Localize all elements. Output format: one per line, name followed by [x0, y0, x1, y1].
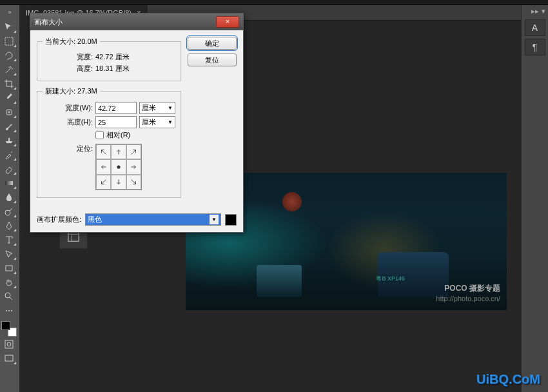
chevron-down-icon: ▼	[210, 215, 219, 224]
gradient-tool[interactable]	[1, 177, 17, 190]
blur-tool[interactable]	[1, 191, 17, 204]
chevron-down-icon: ▼	[168, 105, 173, 111]
dodge-tool[interactable]	[1, 205, 17, 218]
svg-point-6	[6, 310, 7, 311]
brush-tool[interactable]	[1, 120, 17, 133]
current-size-group: 当前大小: 20.0M 宽度:42.72 厘米 高度:18.31 厘米	[37, 37, 181, 81]
anchor-sw[interactable]	[96, 175, 111, 190]
paragraph-panel-icon[interactable]: ¶	[525, 39, 545, 55]
anchor-nw[interactable]	[96, 144, 111, 159]
extension-color-label: 画布扩展颜色:	[37, 215, 81, 224]
svg-point-10	[7, 342, 11, 346]
current-width-value: 42.72 厘米	[95, 52, 175, 62]
anchor-se[interactable]	[126, 175, 141, 190]
width-label: 宽度(W):	[43, 103, 93, 113]
svg-rect-11	[5, 355, 13, 361]
anchor-w[interactable]	[96, 159, 111, 174]
width-unit-select[interactable]: 厘米▼	[139, 102, 175, 114]
ok-button[interactable]: 确定	[188, 37, 237, 50]
current-size-legend: 当前大小: 20.0M	[43, 37, 100, 46]
canvas-size-dialog: 画布大小 × 当前大小: 20.0M 宽度:42.72 厘米 高度:18.31 …	[30, 13, 244, 233]
anchor-grid[interactable]	[95, 144, 142, 190]
pen-tool[interactable]	[1, 219, 17, 232]
move-tool[interactable]	[1, 21, 17, 34]
current-height-label: 高度:	[43, 64, 93, 74]
eraser-tool[interactable]	[1, 162, 17, 175]
collapse-icon[interactable]: ▸▸	[531, 7, 539, 15]
dialog-titlebar[interactable]: 画布大小 ×	[30, 14, 243, 30]
chevron-down-icon: ▼	[168, 119, 173, 125]
marquee-tool[interactable]	[1, 35, 17, 48]
license-plate-text: 粤B XP146	[376, 275, 405, 283]
new-size-legend: 新建大小: 27.3M	[43, 86, 100, 96]
clone-stamp-tool[interactable]	[1, 134, 17, 147]
eyedropper-tool[interactable]	[1, 92, 17, 104]
path-select-tool[interactable]	[1, 248, 17, 260]
site-watermark: UiBQ.CoM	[476, 372, 540, 387]
tools-panel: »	[0, 5, 19, 392]
screen-mode[interactable]	[1, 352, 17, 365]
relative-checkbox[interactable]	[95, 131, 104, 139]
close-button[interactable]: ×	[216, 16, 239, 28]
edit-toolbar[interactable]	[1, 304, 17, 317]
anchor-ne[interactable]	[126, 144, 141, 159]
foreground-background-colors[interactable]	[1, 321, 17, 337]
quick-mask-toggle[interactable]	[1, 338, 17, 351]
svg-rect-4	[6, 266, 12, 271]
history-brush-tool[interactable]	[1, 148, 17, 161]
svg-point-3	[5, 210, 10, 215]
svg-rect-0	[5, 37, 13, 45]
width-input[interactable]	[95, 102, 137, 114]
height-unit-select[interactable]: 厘米▼	[139, 116, 175, 128]
panel-menu-icon[interactable]: ▾	[542, 7, 545, 15]
height-input[interactable]	[95, 116, 137, 128]
character-panel-icon[interactable]: A	[525, 19, 545, 36]
healing-brush-tool[interactable]	[1, 106, 17, 119]
expand-toolbar-icon[interactable]: »	[6, 9, 14, 17]
watermark: POCO 摄影专题http://photo.poco.cn/	[436, 283, 500, 304]
anchor-e[interactable]	[126, 159, 141, 174]
anchor-s[interactable]	[111, 175, 126, 190]
svg-point-5	[5, 293, 10, 298]
relative-label: 相对(R)	[106, 130, 130, 140]
dialog-title: 画布大小	[34, 17, 216, 27]
hand-tool[interactable]	[1, 276, 17, 289]
crop-tool[interactable]	[1, 77, 17, 90]
extension-color-select[interactable]: 黑色▼	[85, 213, 221, 226]
svg-point-7	[8, 310, 10, 311]
anchor-n[interactable]	[111, 144, 126, 159]
magic-wand-tool[interactable]	[1, 63, 17, 76]
type-tool[interactable]	[1, 233, 17, 246]
zoom-tool[interactable]	[1, 290, 17, 303]
svg-point-8	[11, 310, 12, 311]
current-height-value: 18.31 厘米	[95, 64, 175, 74]
height-label: 高度(H):	[43, 117, 93, 127]
current-width-label: 宽度:	[43, 52, 93, 62]
svg-rect-9	[5, 340, 13, 348]
svg-point-13	[117, 165, 120, 168]
reset-button[interactable]: 复位	[188, 54, 237, 66]
new-size-group: 新建大小: 27.3M 宽度(W): 厘米▼ 高度(H): 厘米▼ 相对(R) …	[37, 86, 181, 198]
right-dock: ▸▸▾ A ¶	[521, 5, 548, 392]
lasso-tool[interactable]	[1, 49, 17, 62]
anchor-label: 定位:	[43, 144, 93, 153]
anchor-center[interactable]	[111, 159, 126, 174]
extension-color-swatch[interactable]	[225, 214, 237, 226]
rectangle-tool[interactable]	[1, 262, 17, 275]
svg-rect-2	[5, 181, 13, 185]
